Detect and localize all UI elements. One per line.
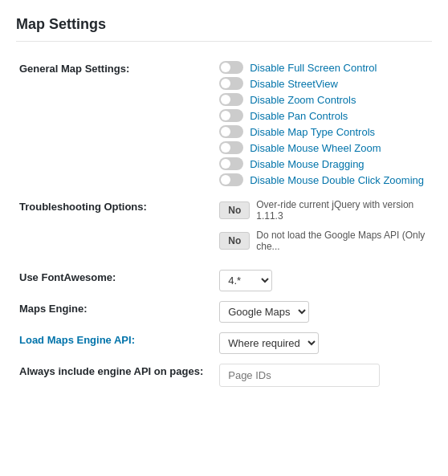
toggle-mouse-dragging[interactable] <box>219 157 243 170</box>
troubleshooting-text1: Over-ride current jQuery with version 1.… <box>256 199 429 222</box>
fontawesome-select[interactable]: 4.*3.*None <box>219 270 272 291</box>
always-include-input[interactable] <box>219 364 380 387</box>
maps-engine-label: Maps Engine: <box>19 303 88 315</box>
toggle-label-map-type-controls[interactable]: Disable Map Type Controls <box>250 126 375 138</box>
always-include-label: Always include engine API on pages: <box>19 365 203 377</box>
toggle-full-screen[interactable] <box>219 61 243 74</box>
toggle-map-type-controls[interactable] <box>219 125 243 138</box>
toggle-row-full-screen: Disable Full Screen Control <box>219 61 429 74</box>
toggle-streetview[interactable] <box>219 77 243 90</box>
page-title: Map Settings <box>16 16 432 42</box>
toggle-row-mouse-double-click: Disable Mouse Double Click Zooming <box>219 173 429 186</box>
load-maps-api-label[interactable]: Load Maps Engine API: <box>19 334 135 346</box>
toggle-label-zoom-controls[interactable]: Disable Zoom Controls <box>250 94 356 106</box>
toggle-row-map-type-controls: Disable Map Type Controls <box>219 125 429 138</box>
toggle-mouse-wheel-zoom[interactable] <box>219 141 243 154</box>
toggle-label-streetview[interactable]: Disable StreetView <box>250 78 338 90</box>
toggle-zoom-controls[interactable] <box>219 93 243 106</box>
troubleshooting-label: Troubleshooting Options: <box>19 201 147 213</box>
toggle-pan-controls[interactable] <box>219 109 243 122</box>
troubleshooting-option2: No Do not load the Google Maps API (Only… <box>219 230 429 252</box>
toggle-label-mouse-dragging[interactable]: Disable Mouse Dragging <box>250 158 364 170</box>
troubleshooting-option1: No Over-ride current jQuery with version… <box>219 199 429 222</box>
toggle-row-zoom-controls: Disable Zoom Controls <box>219 93 429 106</box>
maps-engine-select[interactable]: Google MapsLeaflet <box>219 301 309 323</box>
toggle-row-mouse-dragging: Disable Mouse Dragging <box>219 157 429 170</box>
troubleshooting-text2: Do not load the Google Maps API (Only ch… <box>256 230 429 252</box>
toggle-label-pan-controls[interactable]: Disable Pan Controls <box>250 110 348 122</box>
toggle-row-pan-controls: Disable Pan Controls <box>219 109 429 122</box>
toggle-label-full-screen[interactable]: Disable Full Screen Control <box>250 62 377 74</box>
load-maps-api-select[interactable]: Where requiredAlwaysNever <box>219 332 319 354</box>
general-map-settings-label: General Map Settings: <box>19 63 129 75</box>
fontawesome-label: Use FontAwesome: <box>19 271 116 283</box>
toggle-row-mouse-wheel-zoom: Disable Mouse Wheel Zoom <box>219 141 429 154</box>
toggle-mouse-double-click[interactable] <box>219 173 243 186</box>
toggle-label-mouse-double-click[interactable]: Disable Mouse Double Click Zooming <box>250 174 424 186</box>
troubleshooting-btn1[interactable]: No <box>219 201 250 219</box>
toggle-row-streetview: Disable StreetView <box>219 77 429 90</box>
toggle-label-mouse-wheel-zoom[interactable]: Disable Mouse Wheel Zoom <box>250 142 381 154</box>
troubleshooting-btn2[interactable]: No <box>219 232 250 250</box>
